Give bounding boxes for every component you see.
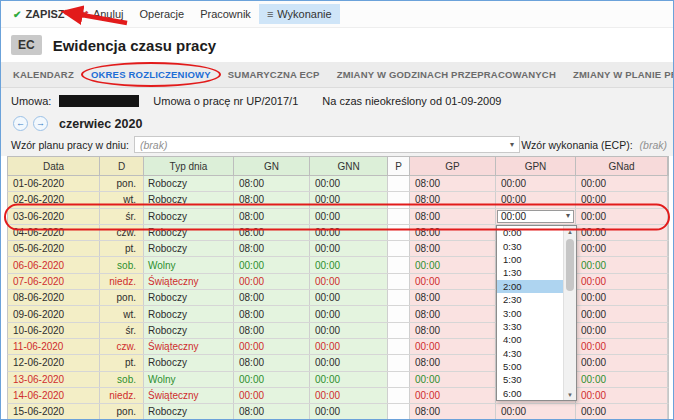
- cell-gn[interactable]: 08:00: [234, 225, 310, 240]
- cell-gp[interactable]: 08:00: [410, 290, 496, 305]
- cell-gnad[interactable]: 00:00: [576, 274, 668, 289]
- cell-gp[interactable]: 08:00: [410, 355, 496, 370]
- cell-gp[interactable]: 00:00: [410, 372, 496, 387]
- table-row-01-06-2020[interactable]: 01-06-2020pon.Roboczy08:0000:0008:0000:0…: [7, 176, 669, 192]
- dropdown-option[interactable]: 4:00: [497, 333, 563, 346]
- prev-month-button[interactable]: ←: [13, 116, 28, 131]
- cell-gn[interactable]: 08:00: [234, 355, 310, 370]
- cell-gn[interactable]: 08:00: [234, 241, 310, 256]
- cell-gn[interactable]: 08:00: [234, 290, 310, 305]
- cell-p[interactable]: [388, 274, 410, 289]
- cell-p[interactable]: [388, 257, 410, 272]
- dropdown-option[interactable]: 3:00: [497, 306, 563, 319]
- cell-gn[interactable]: 08:00: [234, 404, 310, 419]
- plan-pattern-combobox[interactable]: (brak) ▾: [134, 136, 520, 153]
- table-row-02-06-2020[interactable]: 02-06-2020wt.Roboczy08:0000:0008:0000:00…: [7, 192, 669, 208]
- next-month-button[interactable]: →: [33, 116, 48, 131]
- cell-gnad[interactable]: 00:00: [576, 388, 668, 403]
- cell-gp[interactable]: 08:00: [410, 225, 496, 240]
- cell-p[interactable]: [388, 241, 410, 256]
- scroll-down-icon[interactable]: ▼: [564, 389, 576, 400]
- cell-gnad[interactable]: 00:00: [576, 306, 668, 321]
- cell-p[interactable]: [388, 339, 410, 354]
- cell-gnad[interactable]: 00:00: [576, 404, 668, 419]
- cell-gn[interactable]: 08:00: [234, 176, 310, 191]
- cell-gnn[interactable]: 00:00: [310, 372, 388, 387]
- cell-gp[interactable]: 08:00: [410, 176, 496, 191]
- cell-gnn[interactable]: 00:00: [310, 339, 388, 354]
- cell-gn[interactable]: 00:00: [234, 257, 310, 272]
- cell-p[interactable]: [388, 355, 410, 370]
- cell-p[interactable]: [388, 209, 410, 224]
- menu-employee[interactable]: Pracownik: [192, 4, 259, 24]
- cell-gnad[interactable]: 00:00: [576, 209, 668, 224]
- dropdown-option[interactable]: 2:30: [497, 293, 563, 306]
- menu-operations[interactable]: Operacje: [131, 4, 192, 24]
- tab-sumaryczna-ecp[interactable]: SUMARYCZNA ECP: [226, 67, 322, 82]
- cell-gn[interactable]: 08:00: [234, 192, 310, 207]
- cell-gnn[interactable]: 00:00: [310, 355, 388, 370]
- cell-gp[interactable]: 08:00: [410, 192, 496, 207]
- cell-p[interactable]: [388, 176, 410, 191]
- cell-p[interactable]: [388, 225, 410, 240]
- gpn-combobox[interactable]: 00:00▾: [497, 210, 574, 223]
- cell-p[interactable]: [388, 388, 410, 403]
- cell-gn[interactable]: 00:00: [234, 372, 310, 387]
- cell-gn[interactable]: 00:00: [234, 339, 310, 354]
- cell-gp[interactable]: 08:00: [410, 323, 496, 338]
- cell-p[interactable]: [388, 306, 410, 321]
- cell-gp[interactable]: 08:00: [410, 241, 496, 256]
- dropdown-option[interactable]: 0:30: [497, 239, 563, 252]
- dropdown-option[interactable]: 3:30: [497, 320, 563, 333]
- cell-gnad[interactable]: 00:00: [576, 290, 668, 305]
- cell-gnn[interactable]: 00:00: [310, 274, 388, 289]
- tab-zmiany-w-godzinach-przepracowanych[interactable]: ZMIANY W GODZINACH PRZEPRACOWANYCH: [335, 67, 558, 82]
- cell-gnn[interactable]: 00:00: [310, 225, 388, 240]
- cell-gnn[interactable]: 00:00: [310, 388, 388, 403]
- scroll-up-icon[interactable]: ▲: [564, 226, 576, 237]
- dropdown-option[interactable]: 1:00: [497, 253, 563, 266]
- cell-p[interactable]: [388, 323, 410, 338]
- dropdown-option[interactable]: 1:30: [497, 266, 563, 279]
- tab-kalendarz[interactable]: KALENDARZ: [11, 67, 76, 82]
- cell-gnn[interactable]: 00:00: [310, 192, 388, 207]
- dropdown-option[interactable]: 5:00: [497, 360, 563, 373]
- cell-gn[interactable]: 08:00: [234, 323, 310, 338]
- cell-gnn[interactable]: 00:00: [310, 323, 388, 338]
- cell-gnad[interactable]: 00:00: [576, 372, 668, 387]
- tab-okres-rozliczeniowy[interactable]: OKRES ROZLICZENIOWY: [89, 67, 213, 82]
- scrollbar-thumb[interactable]: [566, 239, 574, 291]
- cell-gnn[interactable]: 00:00: [310, 306, 388, 321]
- cell-p[interactable]: [388, 372, 410, 387]
- cell-gn[interactable]: 00:00: [234, 274, 310, 289]
- cell-gp[interactable]: 08:00: [410, 306, 496, 321]
- cell-gn[interactable]: 00:00: [234, 388, 310, 403]
- cell-p[interactable]: [388, 404, 410, 419]
- cell-gnad[interactable]: 00:00: [576, 192, 668, 207]
- cell-gn[interactable]: 08:00: [234, 306, 310, 321]
- cell-p[interactable]: [388, 192, 410, 207]
- cell-gp[interactable]: 00:00: [410, 257, 496, 272]
- cell-gn[interactable]: 08:00: [234, 209, 310, 224]
- cell-gpn[interactable]: 00:00: [496, 404, 576, 419]
- cell-gp[interactable]: 00:00: [410, 339, 496, 354]
- cell-gnad[interactable]: 00:00: [576, 241, 668, 256]
- cell-gnn[interactable]: 00:00: [310, 290, 388, 305]
- cell-gnad[interactable]: 00:00: [576, 355, 668, 370]
- dropdown-scrollbar[interactable]: ▲ ▼: [563, 226, 576, 400]
- menu-execution[interactable]: ≡ Wykonanie: [259, 4, 340, 24]
- dropdown-option[interactable]: 5:30: [497, 373, 563, 386]
- dropdown-option[interactable]: 2:00: [497, 280, 563, 293]
- dropdown-option[interactable]: 4:30: [497, 347, 563, 360]
- cell-gnn[interactable]: 00:00: [310, 209, 388, 224]
- cell-gpn[interactable]: 00:00: [496, 176, 576, 191]
- cell-gnad[interactable]: 00:00: [576, 176, 668, 191]
- tab-zmiany-w-planie-pracy[interactable]: ZMIANY W PLANIE PRACY: [571, 67, 674, 82]
- cell-gp[interactable]: 00:00: [410, 274, 496, 289]
- cell-gp[interactable]: 00:00: [410, 388, 496, 403]
- save-button[interactable]: ✔ ZAPISZ: [5, 4, 73, 24]
- cell-p[interactable]: [388, 290, 410, 305]
- cell-gpn[interactable]: 00:00: [496, 192, 576, 207]
- dropdown-option[interactable]: 0:00: [497, 226, 563, 239]
- cell-gnn[interactable]: 00:00: [310, 176, 388, 191]
